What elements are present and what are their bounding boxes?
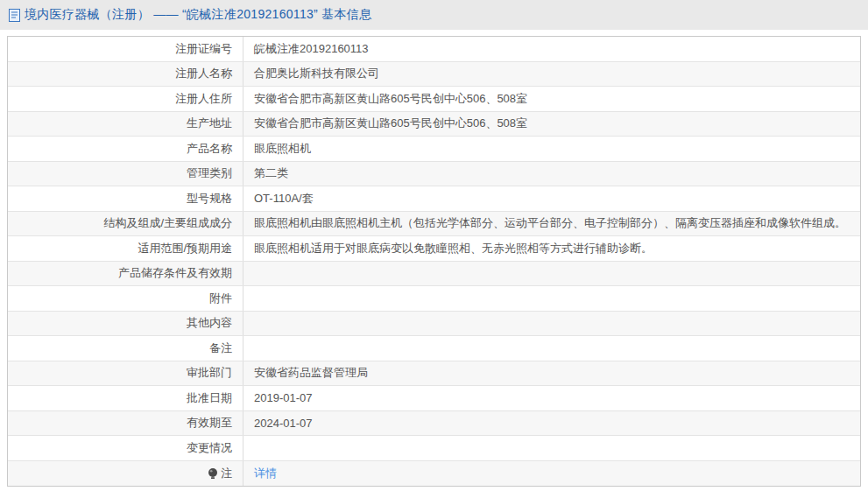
table-row: 注册证编号 皖械注准20192160113 [8,37,860,62]
row-value: 2024-01-07 [243,411,860,436]
row-value: 眼底照相机适用于对眼底病变以免散瞳照相、无赤光照相等方式进行辅助诊断。 [243,236,860,261]
row-value: 眼底照相机 [243,137,860,161]
row-value: 安徽省合肥市高新区黄山路605号民创中心506、508室 [243,87,860,111]
row-label: 变更情况 [8,436,243,460]
table-row: 管理类别 第二类 [8,162,860,187]
row-label: 生产地址 [8,112,243,137]
row-value: 第二类 [243,162,860,186]
row-value: OT-110A/套 [243,186,860,211]
row-label: 附件 [8,286,243,311]
table-row: 批准日期 2019-01-07 [8,386,860,411]
row-value: 安徽省药品监督管理局 [243,361,860,386]
row-value: 2019-01-07 [243,386,860,410]
table-row: 适用范围/预期用途 眼底照相机适用于对眼底病变以免散瞳照相、无赤光照相等方式进行… [8,236,860,262]
row-label: 产品名称 [8,137,243,161]
table-row: 其他内容 [8,312,860,337]
row-label: 有效期至 [8,411,243,436]
row-value: 安徽省合肥市高新区黄山路605号民创中心506、508室 [243,112,860,137]
row-label: 注册证编号 [8,37,243,61]
table-row: 结构及组成/主要组成成分 眼底照相机由眼底照相机主机（包括光学体部分、运动平台部… [8,212,860,237]
row-label: 注册人住所 [8,87,243,111]
header-bar: 境内医疗器械（注册） —— “皖械注准20192160113” 基本信息 [0,0,868,30]
row-label: 注 [8,461,243,487]
table-row: 变更情况 [8,436,860,461]
table-row: 注册人住所 安徽省合肥市高新区黄山路605号民创中心506、508室 [8,87,860,112]
row-label: 结构及组成/主要组成成分 [8,212,243,236]
table-row: 注册人名称 合肥奥比斯科技有限公司 [8,62,860,88]
row-value [243,436,860,460]
row-value: 眼底照相机由眼底照相机主机（包括光学体部分、运动平台部分、电子控制部分）、隔离变… [243,212,860,236]
table-row-note: 注 详情 [8,461,860,487]
row-value [243,262,860,286]
row-label: 批准日期 [8,386,243,410]
row-label: 产品储存条件及有效期 [8,262,243,286]
row-value [243,312,860,336]
row-label: 管理类别 [8,162,243,186]
document-icon [9,9,20,22]
row-value: 详情 [243,461,860,487]
table-row: 产品储存条件及有效期 [8,262,860,287]
registration-table: 注册证编号 皖械注准20192160113 注册人名称 合肥奥比斯科技有限公司 … [7,36,861,487]
detail-link[interactable]: 详情 [254,466,277,481]
row-label: 注册人名称 [8,62,243,87]
row-value [243,336,860,361]
row-value: 皖械注准20192160113 [243,37,860,61]
page-title: 境内医疗器械（注册） —— “皖械注准20192160113” 基本信息 [25,7,371,23]
bulb-icon [208,467,218,480]
row-label: 适用范围/预期用途 [8,236,243,261]
table-row: 审批部门 安徽省药品监督管理局 [8,361,860,387]
row-label: 审批部门 [8,361,243,386]
row-label: 其他内容 [8,312,243,336]
table-row: 生产地址 安徽省合肥市高新区黄山路605号民创中心506、508室 [8,112,860,137]
table-row: 有效期至 2024-01-07 [8,411,860,437]
table-row: 备注 [8,336,860,361]
row-value [243,286,860,311]
table-row: 附件 [8,286,860,312]
table-row: 产品名称 眼底照相机 [8,137,860,162]
row-value: 合肥奥比斯科技有限公司 [243,62,860,87]
table-row: 型号规格 OT-110A/套 [8,186,860,212]
row-label: 备注 [8,336,243,361]
note-label: 注 [221,466,232,481]
row-label: 型号规格 [8,186,243,211]
